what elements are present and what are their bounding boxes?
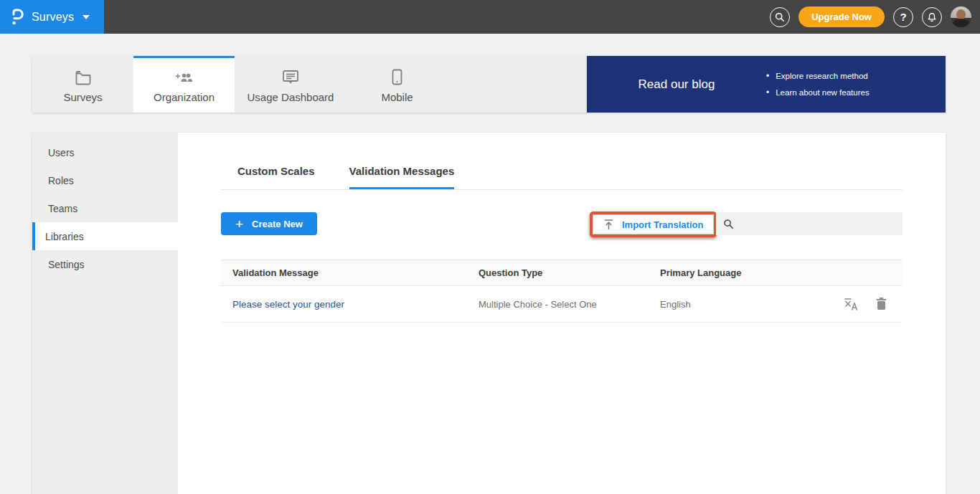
import-translation-button[interactable]: Import Translation (593, 214, 714, 234)
create-new-button[interactable]: + Create New (221, 212, 317, 235)
table-search[interactable] (716, 212, 903, 235)
search-input[interactable] (740, 219, 895, 229)
library-tabs: Custom Scales Validation Messages (221, 165, 903, 190)
nav-tab-label: Surveys (63, 91, 102, 103)
mobile-icon (388, 68, 407, 85)
nav-tab-organization[interactable]: Organization (133, 56, 235, 113)
bell-icon (927, 12, 937, 22)
table-header-row: Validation Message Question Type Primary… (221, 260, 903, 286)
question-type-value: Multiple Choice - Select One (479, 299, 597, 310)
blog-bullet: Explore research method (766, 71, 870, 81)
validation-messages-table: Validation Message Question Type Primary… (221, 260, 903, 323)
col-header-validation-message: Validation Message (221, 267, 467, 278)
notifications-button[interactable] (922, 7, 942, 27)
nav-tab-surveys[interactable]: Surveys (32, 56, 133, 113)
nav-tab-label: Mobile (381, 91, 413, 103)
blog-bullet: Learn about new features (766, 87, 870, 98)
sidebar-item-settings[interactable]: Settings (32, 250, 178, 278)
upgrade-now-button[interactable]: Upgrade Now (798, 6, 885, 27)
team-add-icon (175, 68, 194, 85)
annotation-highlight-box: Import Translation (590, 212, 717, 237)
user-avatar[interactable] (951, 6, 971, 27)
table-row: Please select your gender Multiple Choic… (221, 286, 903, 323)
delete-icon[interactable] (876, 297, 887, 311)
nav-tab-usage-dashboard[interactable]: Usage Dashboard (235, 56, 347, 113)
nav-tab-mobile[interactable]: Mobile (347, 56, 448, 113)
topbar-actions: Upgrade Now ? (770, 0, 971, 34)
col-header-question-type: Question Type (467, 267, 649, 278)
sidebar-item-libraries[interactable]: Libraries (32, 222, 178, 250)
nav-tab-label: Usage Dashboard (248, 91, 334, 103)
blog-banner-bullets: Explore research method Learn about new … (766, 71, 870, 98)
organization-panel: Users Roles Teams Libraries Settings Cus… (32, 133, 946, 494)
app-window: Surveys Upgrade Now ? (0, 0, 980, 494)
dashboard-icon (281, 68, 300, 85)
avatar-shirt (953, 19, 969, 27)
questionpro-logo-icon (10, 7, 24, 27)
folder-icon (74, 68, 93, 85)
search-button[interactable] (770, 7, 790, 27)
sidebar-item-roles[interactable]: Roles (32, 166, 178, 194)
action-row: + Create New Import Translation (221, 212, 903, 239)
translate-icon[interactable] (843, 297, 859, 311)
product-switcher[interactable]: Surveys (0, 0, 104, 34)
tab-validation-messages[interactable]: Validation Messages (349, 165, 455, 189)
validation-message-link[interactable]: Please select your gender (232, 299, 344, 310)
workspace-nav: Surveys Organization (32, 56, 587, 113)
create-new-label: Create New (252, 219, 303, 229)
chevron-down-icon (83, 15, 90, 19)
nav-tab-label: Organization (154, 91, 215, 103)
libraries-content: Custom Scales Validation Messages + Crea… (178, 133, 946, 494)
col-header-primary-language: Primary Language (649, 267, 814, 278)
product-name: Surveys (32, 11, 74, 24)
blog-banner[interactable]: Read our blog Explore research method Le… (587, 56, 946, 113)
primary-language-value: English (660, 299, 691, 310)
org-sidebar: Users Roles Teams Libraries Settings (32, 133, 178, 494)
question-mark-icon: ? (900, 11, 906, 23)
tab-custom-scales[interactable]: Custom Scales (237, 165, 315, 189)
sidebar-item-users[interactable]: Users (32, 138, 178, 166)
search-icon (775, 12, 785, 22)
upload-icon (603, 219, 614, 230)
blog-banner-title: Read our blog (587, 77, 766, 92)
topbar: Surveys Upgrade Now ? (0, 0, 980, 34)
import-translation-label: Import Translation (622, 219, 703, 230)
plus-icon: + (235, 217, 243, 231)
help-button[interactable]: ? (893, 7, 913, 27)
search-icon (723, 219, 734, 229)
sidebar-item-teams[interactable]: Teams (32, 194, 178, 222)
